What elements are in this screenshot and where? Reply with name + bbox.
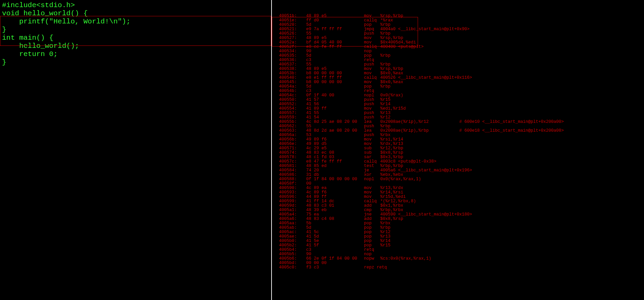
asm-row: 400552:41 56push%r14 <box>274 102 642 107</box>
asm-row: 400535:5dpop%rbp <box>274 54 642 58</box>
asm-row: 40056a:53push%rbx <box>274 133 642 137</box>
asm-row: 4005b0:41 5epop%r14 <box>274 239 642 243</box>
asm-mnemonic: nopl <box>364 177 380 182</box>
source-line: } <box>2 58 269 67</box>
asm-mnemonic: nopw <box>364 257 380 261</box>
asm-bytes: 5b <box>306 221 364 226</box>
asm-operands: 0x0(%rax,%rax,1) <box>380 177 421 182</box>
source-line: printf("Hello, World!\n"); <box>2 18 269 26</box>
asm-row: 4005ae:41 5dpop%r13 <box>274 235 642 239</box>
asm-row: 400526:55push%rbp <box>274 32 642 36</box>
asm-bytes: 48 83 c4 08 <box>306 217 364 221</box>
asm-row: 40056e:49 89 d5mov%rdx,%r13 <box>274 142 642 146</box>
asm-row: 400557:41 55push%r13 <box>274 111 642 115</box>
asm-bytes: 90 <box>306 49 364 54</box>
asm-row: 4005b2:41 5fpop%r15 <box>274 243 642 248</box>
asm-row: 4005b4:c3retq <box>274 248 642 252</box>
asm-bytes: 41 5f <box>306 243 364 248</box>
asm-row: 40054c:0f 1f 40 00nopl0x0(%rax) <box>274 93 642 98</box>
asm-row: 40051b:48 89 e5mov%rsp,%rbp <box>274 14 642 18</box>
asm-mnemonic: repz retq <box>364 265 380 270</box>
asm-row: 4005ac:41 5cpop%r12 <box>274 230 642 235</box>
asm-address: 4005c0: <box>274 265 306 270</box>
asm-operands: %r15 <box>380 243 390 248</box>
asm-row: 40055b:4c 8d 25 ae 08 20 00lea0x2008ae(%… <box>274 120 642 124</box>
disassembly-listing: 40051b:48 89 e5mov%rsp,%rbp 40051e:ff d0… <box>274 14 642 270</box>
asm-row: 400537:55push%rbp <box>274 62 642 67</box>
asm-row: 4005bd:00 00 00 <box>274 261 642 265</box>
asm-bytes: e8 cc fe ff ff <box>306 45 364 49</box>
source-line: return 0; <box>2 50 269 58</box>
asm-row: 40052f:e8 cc fe ff ffcallq400400 <puts@p… <box>274 45 642 49</box>
asm-row: 4005a6:48 83 c4 08add$0x8,%rsp <box>274 217 642 221</box>
asm-operands: %cs:0x0(%rax,%rax,1) <box>380 257 431 261</box>
asm-comment: # 600e18 <__libc_start_main@plt+0x200a08… <box>459 129 564 133</box>
asm-row: 40054a:5dpop%rbp <box>274 85 642 89</box>
asm-row: 40051e:ff d0callq*%rax <box>274 18 642 23</box>
asm-comment: # 600e10 <__libc_start_main@plt+0x200a00… <box>459 120 564 124</box>
asm-bytes: 5d <box>306 54 364 58</box>
asm-row: 400563:48 8d 2d ae 08 20 00lea0x2008ae(%… <box>274 129 642 133</box>
asm-row: 400588:0f 1f 84 00 00 00 00nopl0x0(%rax,… <box>274 177 642 182</box>
asm-row: 400545:b8 00 00 00 00mov$0x0,%eax <box>274 80 642 85</box>
disassembly-pane[interactable]: 40051b:48 89 e5mov%rsp,%rbp 40051e:ff d0… <box>272 0 644 300</box>
source-line: } <box>2 26 269 34</box>
asm-operands: 4004a0 <__libc_start_main@plt+0x90> <box>380 27 470 32</box>
asm-row: 400536:c3retq <box>274 58 642 62</box>
asm-row: 40058f:00 <box>274 182 642 186</box>
asm-row: 400550:41 57push%r15 <box>274 98 642 102</box>
asm-row: 4005b6:66 2e 0f 1f 84 00 00nopw%cs:0x0(%… <box>274 257 642 261</box>
asm-operands: 400400 <puts@plt> <box>380 45 424 49</box>
asm-bytes: 4c 8d 25 ae 08 20 00 <box>306 120 364 124</box>
asm-bytes: 5d <box>306 85 364 89</box>
asm-row: 40056b:49 89 f6mov%rsi,%r14 <box>274 137 642 142</box>
asm-operands: %rbp <box>380 54 390 58</box>
source-line: void hello_world() { <box>2 10 269 18</box>
source-line: #include<stdio.h> <box>2 1 269 10</box>
asm-row: 40057c:e8 47 fe ff ffcallq4003c8 <puts@p… <box>274 160 642 164</box>
asm-row: 400584:74 20je4005a6 <__libc_start_main@… <box>274 168 642 173</box>
asm-row: 4005aa:5bpop%rbx <box>274 221 642 226</box>
asm-operands: %rbp <box>380 85 390 89</box>
source-line: int main() { <box>2 34 269 42</box>
asm-row: 400554:41 89 ffmov%edi,%r15d <box>274 107 642 111</box>
source-line: hello_world(); <box>2 42 269 50</box>
asm-row: 4005c0:f3 c3repz retq <box>274 265 642 270</box>
asm-bytes: b8 00 00 00 00 <box>306 80 364 85</box>
asm-bytes: 48 8d 2d ae 08 20 00 <box>306 129 364 133</box>
asm-row: 400534:90nop <box>274 49 642 54</box>
asm-bytes: 0f 1f 84 00 00 00 00 <box>306 177 364 182</box>
asm-bytes: c3 <box>306 58 364 62</box>
source-pane[interactable]: #include<stdio.h>void hello_world() { pr… <box>0 0 272 300</box>
asm-bytes: f3 c3 <box>306 265 364 270</box>
asm-bytes: c3 <box>306 248 364 252</box>
asm-bytes: ff d0 <box>306 18 364 23</box>
asm-row: 40059d:48 83 c3 01add$0x1,%rbx <box>274 204 642 208</box>
asm-row: 400593:4c 89 f6mov%r14,%rsi <box>274 190 642 195</box>
asm-bytes: e9 7a ff ff ff <box>306 27 364 32</box>
asm-row: 4005ab:5dpop%rbp <box>274 226 642 230</box>
asm-row: 400521:e9 7a ff ff ffjmpq4004a0 <__libc_… <box>274 27 642 32</box>
asm-row: 400590:4c 89 eamov%r13,%rdx <box>274 186 642 190</box>
source-code: #include<stdio.h>void hello_world() { pr… <box>2 1 269 67</box>
